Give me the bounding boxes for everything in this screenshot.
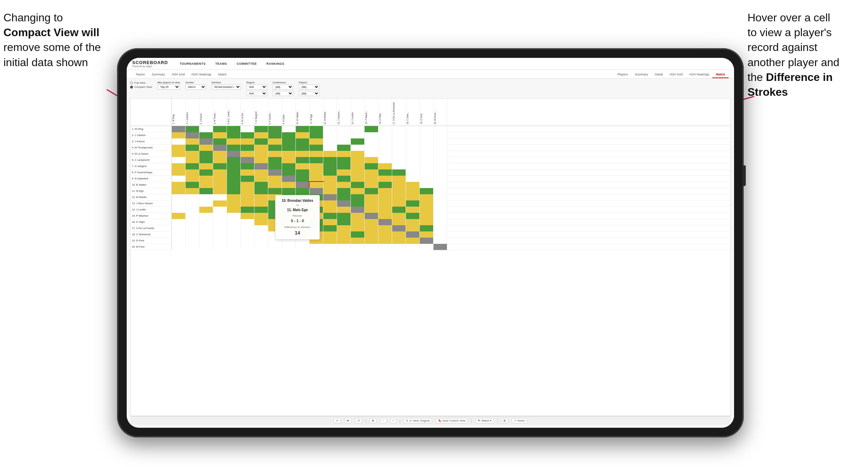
cell-11-15[interactable] [378,194,392,200]
cell-13-15[interactable] [378,207,392,213]
cell-4-1[interactable] [186,151,199,157]
cell-1-18[interactable] [420,132,433,138]
cell-3-17[interactable] [406,145,420,151]
cell-2-14[interactable] [365,138,378,145]
filter-division-select[interactable]: NCAA Division I [212,84,241,90]
cell-10-5[interactable] [241,188,254,194]
cell-15-6[interactable] [254,219,268,225]
cell-16-16[interactable] [392,225,406,231]
cell-2-13[interactable] [351,138,365,145]
cell-9-7[interactable] [268,182,282,188]
cell-18-4[interactable] [227,238,241,244]
cell-19-8[interactable] [282,244,296,250]
cell-10-1[interactable] [186,188,199,194]
cell-14-1[interactable] [186,213,199,219]
cell-9-18[interactable] [420,182,433,188]
cell-8-17[interactable] [406,176,420,182]
cell-3-18[interactable] [420,145,433,151]
cell-1-19[interactable] [433,132,447,138]
cell-6-2[interactable] [199,163,213,169]
cell-0-9[interactable] [296,126,310,132]
cell-8-5[interactable] [241,176,254,182]
zoom-fit-button[interactable]: ⊞ [369,418,377,423]
cell-12-13[interactable] [351,200,365,207]
cell-19-13[interactable] [351,244,365,250]
cell-13-0[interactable] [172,207,186,213]
cell-10-19[interactable] [433,188,447,194]
cell-19-11[interactable] [323,244,337,250]
cell-11-12[interactable] [337,194,351,200]
cell-15-4[interactable] [227,219,241,225]
cell-13-16[interactable] [392,207,406,213]
cell-2-6[interactable] [254,138,268,145]
cell-0-6[interactable] [254,126,268,132]
cell-3-4[interactable] [227,145,241,151]
cell-4-3[interactable] [213,151,227,157]
cell-17-0[interactable] [172,231,186,238]
cell-18-6[interactable] [254,238,268,244]
cell-16-14[interactable] [365,225,378,231]
undo-button[interactable]: ↩ [334,418,341,423]
cell-14-11[interactable] [323,213,337,219]
cell-14-12[interactable] [337,213,351,219]
cell-2-1[interactable] [186,138,199,145]
cell-3-0[interactable] [172,145,186,151]
cell-16-11[interactable] [323,225,337,231]
cell-14-15[interactable] [378,213,392,219]
cell-0-18[interactable] [420,126,433,132]
cell-10-16[interactable] [392,188,406,194]
cell-11-6[interactable] [254,194,268,200]
cell-0-12[interactable] [337,126,351,132]
cell-5-14[interactable] [365,157,378,163]
cell-19-7[interactable] [268,244,282,250]
cell-18-18[interactable] [420,238,433,244]
cell-8-18[interactable] [420,176,433,182]
cell-12-3[interactable] [213,200,227,207]
cell-2-10[interactable] [310,138,323,145]
cell-13-1[interactable] [186,207,199,213]
cell-2-15[interactable] [378,138,392,145]
cell-17-1[interactable] [186,231,199,238]
cell-0-5[interactable] [241,126,254,132]
tab-teams[interactable]: Teams [132,71,148,78]
cell-19-4[interactable] [227,244,241,250]
cell-4-4[interactable] [227,151,241,157]
cell-14-16[interactable] [392,213,406,219]
tab-h2h-heatmap[interactable]: H2H Heatmap [188,71,215,78]
cell-0-16[interactable] [392,126,406,132]
filter-players-select-1[interactable]: (All) [299,84,320,90]
cell-15-16[interactable] [392,219,406,225]
cell-4-0[interactable] [172,151,186,157]
cell-19-17[interactable] [406,244,420,250]
cell-1-17[interactable] [406,132,420,138]
cell-18-2[interactable] [199,238,213,244]
cell-6-6[interactable] [254,163,268,169]
cell-4-18[interactable] [420,151,433,157]
cell-0-11[interactable] [323,126,337,132]
cell-6-3[interactable] [213,163,227,169]
cell-5-3[interactable] [213,157,227,163]
cell-18-5[interactable] [241,238,254,244]
cell-18-12[interactable] [337,238,351,244]
cell-16-18[interactable] [420,225,433,231]
tab-h2h-grid[interactable]: H2H Grid [168,71,188,78]
cell-4-6[interactable] [254,151,268,157]
cell-0-4[interactable] [227,126,241,132]
filter-gender-select[interactable]: Men's [186,84,206,90]
cell-19-18[interactable] [420,244,433,250]
cell-18-17[interactable] [406,238,420,244]
cell-6-11[interactable] [323,163,337,169]
cell-18-3[interactable] [213,238,227,244]
cell-4-2[interactable] [199,151,213,157]
cell-6-7[interactable] [268,163,282,169]
cell-5-4[interactable] [227,157,241,163]
cell-16-13[interactable] [351,225,365,231]
cell-1-0[interactable] [172,132,186,138]
cell-10-6[interactable] [254,188,268,194]
cell-4-17[interactable] [406,151,420,157]
cell-7-4[interactable] [227,169,241,176]
cell-13-11[interactable] [323,207,337,213]
radio-compact-view[interactable]: Compact View [130,85,152,89]
cell-14-4[interactable] [227,213,241,219]
cell-10-7[interactable] [268,188,282,194]
